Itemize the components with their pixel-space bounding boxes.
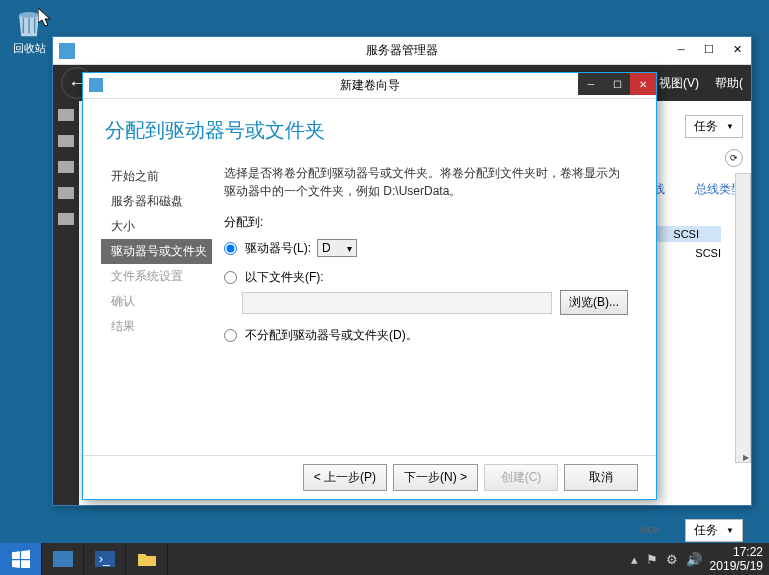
server-manager-sidebar	[53, 101, 79, 505]
folder-label: 以下文件夹(F):	[245, 269, 324, 286]
maximize-button[interactable]	[695, 37, 723, 61]
wizard-icon	[89, 78, 103, 92]
sidebar-item[interactable]	[58, 109, 74, 121]
step-result: 结果	[111, 314, 208, 339]
tray-up-icon[interactable]: ▴	[631, 552, 638, 567]
scrollbar[interactable]	[735, 173, 751, 463]
wizard-close-button[interactable]	[630, 73, 656, 95]
refresh-icon[interactable]: ⟳	[725, 149, 743, 167]
svg-rect-3	[53, 551, 73, 567]
new-volume-wizard: 新建卷向导 分配到驱动器号或文件夹 开始之前 服务器和磁盘 大小 驱动器号或文件…	[82, 72, 657, 500]
sidebar-item[interactable]	[58, 161, 74, 173]
step-confirm: 确认	[111, 289, 208, 314]
menu-view[interactable]: 视图(V)	[659, 75, 699, 92]
create-button: 创建(C)	[484, 464, 558, 491]
wizard-title: 新建卷向导	[340, 77, 400, 94]
svg-point-0	[19, 12, 39, 18]
tasks-dropdown[interactable]: 任务	[685, 115, 743, 138]
taskbar-clock[interactable]: 17:22 2019/5/19	[710, 545, 763, 574]
powershell-icon: ›_	[95, 551, 115, 567]
taskbar: ›_ ▴ ⚑ ⚙ 🔊 17:22 2019/5/19	[0, 543, 769, 575]
system-tray: ▴ ⚑ ⚙ 🔊 17:22 2019/5/19	[631, 545, 769, 574]
server-manager-titlebar[interactable]: 服务器管理器	[53, 37, 751, 65]
wizard-footer: < 上一步(P) 下一步(N) > 创建(C) 取消	[83, 455, 656, 499]
tasks-dropdown[interactable]: 任务	[685, 519, 743, 542]
step-fs-settings: 文件系统设置	[111, 264, 208, 289]
tray-flag-icon[interactable]: ⚑	[646, 552, 658, 567]
start-button[interactable]	[0, 543, 42, 575]
server-icon	[53, 551, 73, 567]
minimize-button[interactable]	[667, 37, 695, 61]
taskbar-powershell[interactable]: ›_	[84, 543, 126, 575]
folder-icon	[137, 551, 157, 567]
cancel-button[interactable]: 取消	[564, 464, 638, 491]
radio-none[interactable]	[224, 329, 237, 342]
close-button[interactable]	[723, 37, 751, 61]
taskbar-server-manager[interactable]	[42, 543, 84, 575]
cursor-icon	[38, 8, 54, 28]
radio-folder[interactable]	[224, 271, 237, 284]
step-before[interactable]: 开始之前	[111, 164, 208, 189]
tray-volume-icon[interactable]: 🔊	[686, 552, 702, 567]
sidebar-item[interactable]	[58, 135, 74, 147]
drive-letter-label: 驱动器号(L):	[245, 240, 311, 257]
step-size[interactable]: 大小	[111, 214, 208, 239]
server-manager-icon	[59, 43, 75, 59]
none-label: 不分配到驱动器号或文件夹(D)。	[245, 327, 418, 344]
radio-drive-letter[interactable]	[224, 242, 237, 255]
windows-icon	[12, 550, 30, 568]
wizard-maximize-button[interactable]	[604, 73, 630, 95]
step-drive-folder[interactable]: 驱动器号或文件夹	[101, 239, 212, 264]
recycle-bin-label: 回收站	[13, 41, 46, 56]
disk-row-scsi[interactable]: SCSI	[651, 226, 721, 242]
browse-button[interactable]: 浏览(B)...	[560, 290, 628, 315]
taskbar-explorer[interactable]	[126, 543, 168, 575]
previous-button[interactable]: < 上一步(P)	[303, 464, 387, 491]
assign-to-label: 分配到:	[224, 214, 628, 231]
folder-path-input[interactable]	[242, 292, 552, 314]
wizard-heading: 分配到驱动器号或文件夹	[83, 99, 656, 152]
wizard-steps: 开始之前 服务器和磁盘 大小 驱动器号或文件夹 文件系统设置 确认 结果	[83, 164, 208, 356]
wizard-description: 选择是否将卷分配到驱动器号或文件夹。将卷分配到文件夹时，卷将显示为驱动器中的一个…	[224, 164, 628, 200]
next-button[interactable]: 下一步(N) >	[393, 464, 478, 491]
server-manager-title: 服务器管理器	[366, 42, 438, 59]
wizard-titlebar[interactable]: 新建卷向导	[83, 73, 656, 99]
sidebar-item[interactable]	[58, 187, 74, 199]
svg-rect-1	[59, 43, 75, 59]
svg-rect-2	[89, 78, 103, 92]
tray-network-icon[interactable]: ⚙	[666, 552, 678, 567]
step-server-disk[interactable]: 服务器和磁盘	[111, 189, 208, 214]
drive-letter-select[interactable]: D	[317, 239, 357, 257]
vice-label: vice	[639, 523, 659, 535]
disk-row-scsi[interactable]: SCSI	[695, 247, 721, 259]
svg-text:›_: ›_	[99, 552, 110, 566]
menu-help[interactable]: 帮助(	[715, 75, 743, 92]
wizard-minimize-button[interactable]	[578, 73, 604, 95]
sidebar-item[interactable]	[58, 213, 74, 225]
